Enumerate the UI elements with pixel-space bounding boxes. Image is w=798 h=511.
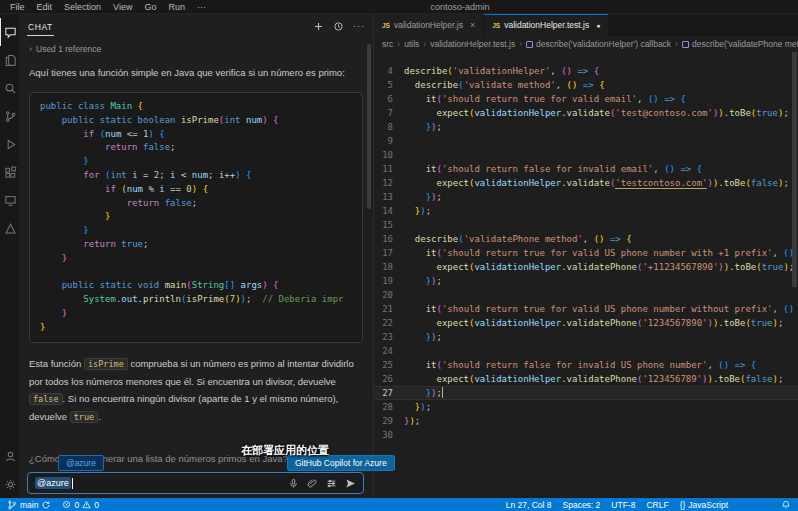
code-line-8[interactable]: 8 }); <box>374 120 798 134</box>
chat-code-line: public class Main { <box>40 100 352 114</box>
language-mode[interactable]: {} JavaScript <box>680 500 728 510</box>
branch-indicator[interactable]: main <box>7 500 51 510</box>
code-line-5[interactable]: 5 describe('validate method', () => { <box>374 78 798 92</box>
search-icon <box>4 82 17 95</box>
breadcrumb-item[interactable]: utils <box>404 39 419 49</box>
chat-input-box[interactable]: @azure <box>27 472 364 494</box>
menu-file[interactable]: File <box>4 2 31 12</box>
video-caption-overlay: 在部署应用的位置 <box>241 443 329 458</box>
code-line-11[interactable]: 11 it('should return false for invalid e… <box>374 162 798 176</box>
code-line-17[interactable]: 17 it('should return true for valid US p… <box>374 246 798 260</box>
braces-icon: {} <box>680 500 686 510</box>
code-line-21[interactable]: 21 it('should return true for valid US p… <box>374 302 798 316</box>
code-line-9[interactable]: 9 <box>374 134 798 148</box>
tools-icon[interactable] <box>326 478 337 489</box>
code-line-28[interactable]: 28 }); <box>374 400 798 414</box>
chat-scrollbar[interactable] <box>367 44 371 209</box>
breadcrumb-separator: › <box>423 39 426 49</box>
tab-validationHelper.test.js[interactable]: JSvalidationHelper.test.js● <box>484 14 609 36</box>
tab-bar: JSvalidationHelper.js×JSvalidationHelper… <box>374 14 798 36</box>
chat-message-intro: Aquí tienes una función simple en Java q… <box>29 66 363 79</box>
sync-icon <box>41 500 51 510</box>
scrollbar-thumb[interactable] <box>792 52 797 287</box>
code-line-22[interactable]: 22 expect(validationHelper.validatePhone… <box>374 316 798 330</box>
microphone-icon[interactable] <box>288 478 299 489</box>
breadcrumb-item[interactable]: describe('validationHelper') callback <box>526 39 671 49</box>
menu-selection[interactable]: Selection <box>58 2 107 12</box>
breadcrumb-item[interactable]: describe('validatePhone method') callbac… <box>682 39 798 49</box>
activity-item-account[interactable] <box>0 442 19 470</box>
chat-history-icon[interactable] <box>333 21 344 32</box>
activity-item-search[interactable] <box>0 74 19 102</box>
activity-item-remote[interactable] <box>0 186 19 214</box>
code-line-18[interactable]: 18 expect(validationHelper.validatePhone… <box>374 260 798 274</box>
menu-edit[interactable]: Edit <box>31 2 59 12</box>
activity-item-source-control[interactable] <box>0 102 19 130</box>
mention-suggest-item[interactable]: @azure <box>58 455 104 471</box>
code-editor[interactable]: 4describe('validationHelper', () => {5 d… <box>374 52 798 498</box>
code-line-25[interactable]: 25 it('should return false for invalid U… <box>374 358 798 372</box>
more-actions-icon[interactable]: ··· <box>353 23 365 29</box>
encoding[interactable]: UTF-8 <box>611 500 635 510</box>
code-line-10[interactable]: 10 <box>374 148 798 162</box>
code-line-29[interactable]: 29}); <box>374 414 798 428</box>
breadcrumb-item[interactable]: validationHelper.test.js <box>430 39 515 49</box>
eol-sequence[interactable]: CRLF <box>646 500 668 510</box>
code-line-27[interactable]: 27 }); <box>374 386 798 400</box>
activity-item-explorer[interactable] <box>0 46 19 74</box>
line-number: 24 <box>374 344 404 358</box>
code-line-14[interactable]: 14 }); <box>374 204 798 218</box>
line-number: 22 <box>374 316 404 330</box>
tab-validationHelper.js[interactable]: JSvalidationHelper.js× <box>374 14 484 36</box>
menu-view[interactable]: View <box>107 2 138 12</box>
references-toggle[interactable]: › Used 1 reference <box>29 44 363 54</box>
file-js-icon: JS <box>492 22 500 29</box>
file-js-icon: JS <box>382 22 390 29</box>
code-line-23[interactable]: 23 }); <box>374 330 798 344</box>
menu-more[interactable]: ··· <box>191 2 212 12</box>
send-icon[interactable] <box>345 478 356 489</box>
new-chat-icon[interactable] <box>313 21 324 32</box>
line-number: 19 <box>374 274 404 288</box>
activity-item-extensions[interactable] <box>0 158 19 186</box>
breadcrumb-separator: › <box>519 39 522 49</box>
chat-panel-header: CHAT ··· <box>19 14 373 38</box>
code-line-30[interactable]: 30 <box>374 428 798 442</box>
code-line-4[interactable]: 4describe('validationHelper', () => { <box>374 64 798 78</box>
chat-code-line: return true; <box>40 238 352 252</box>
activity-bar-spacer <box>0 242 19 442</box>
activity-item-copilot-chat[interactable] <box>0 18 19 46</box>
chat-code-line: } <box>40 155 352 169</box>
chat-panel-title[interactable]: CHAT <box>27 17 54 36</box>
menu-run[interactable]: Run <box>162 2 191 12</box>
breadcrumb-item[interactable]: src <box>382 39 393 49</box>
cursor-position[interactable]: Ln 27, Col 8 <box>506 500 552 510</box>
indentation[interactable]: Spaces: 2 <box>563 500 601 510</box>
line-number: 9 <box>374 134 404 148</box>
code-line-16[interactable]: 16 describe('validatePhone method', () =… <box>374 232 798 246</box>
code-line-12[interactable]: 12 expect(validationHelper.validate('tes… <box>374 176 798 190</box>
chat-panel-actions: ··· <box>313 21 365 32</box>
menu-go[interactable]: Go <box>138 2 162 12</box>
attach-icon[interactable] <box>307 478 318 489</box>
branch-icon <box>7 500 17 510</box>
code-line-7[interactable]: 7 expect(validationHelper.validate('test… <box>374 106 798 120</box>
activity-item-settings[interactable] <box>0 470 19 498</box>
remote-explorer-icon <box>4 194 17 207</box>
activity-item-azure[interactable] <box>0 214 19 242</box>
code-line-24[interactable]: 24 <box>374 344 798 358</box>
code-line-13[interactable]: 13 }); <box>374 190 798 204</box>
files-icon <box>4 54 17 67</box>
problems-indicator[interactable]: 0 0 <box>62 500 98 510</box>
code-line-26[interactable]: 26 expect(validationHelper.validatePhone… <box>374 372 798 386</box>
code-line-15[interactable]: 15 <box>374 218 798 232</box>
line-number: 23 <box>374 330 404 344</box>
notifications-bell[interactable] <box>781 500 791 510</box>
editor-scrollbar[interactable] <box>790 52 798 498</box>
code-line-20[interactable]: 20 <box>374 288 798 302</box>
modified-dot-icon[interactable]: ● <box>596 22 600 29</box>
close-tab-icon[interactable]: × <box>470 20 475 30</box>
activity-item-run-debug[interactable] <box>0 130 19 158</box>
code-line-19[interactable]: 19 }); <box>374 274 798 288</box>
code-line-6[interactable]: 6 it('should return true for valid email… <box>374 92 798 106</box>
